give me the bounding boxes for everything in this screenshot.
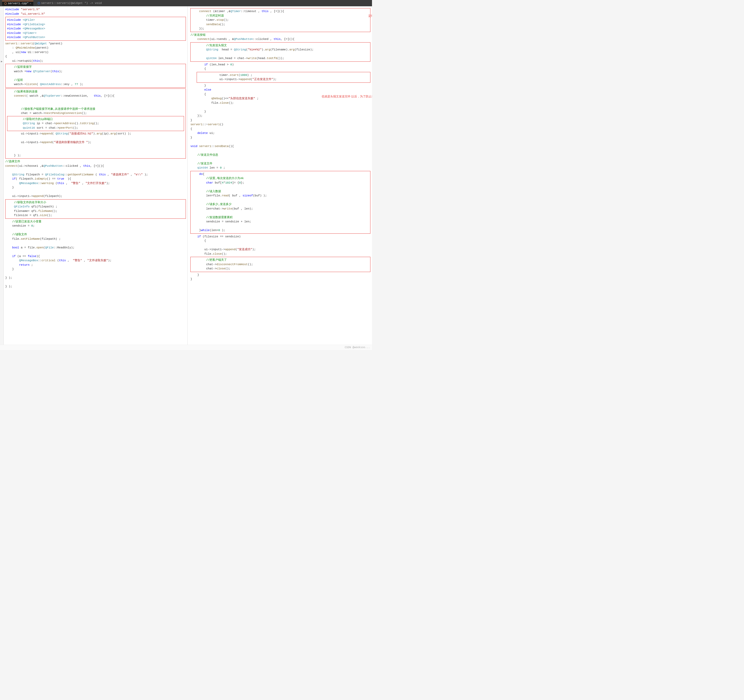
footer: CSDN @weeksoo...	[0, 345, 372, 350]
dowhile-box: do{ //设置,每次发送的大小为4k char buf[4*1024]= {0…	[190, 171, 371, 234]
newconnection-code: //如果有新的连接 connect( watch ,&QTcpServer::n…	[7, 89, 184, 116]
tab-server1-cpp[interactable]: ⬡ server1.cpp* ✕	[2, 1, 33, 6]
breadcrumb: server1::server1(QWidget *) -> void	[41, 1, 102, 5]
else-block: } else { qDebug()<<"头部信息发送失败" ; file.clo…	[190, 83, 371, 123]
listen-code: //监听套接字 watch =new QTcpServer(this); //监…	[7, 65, 184, 86]
title-bar: ⬡ server1.cpp* ✕ ⬡ server1::server1(QWid…	[0, 0, 372, 6]
footer-credit: CSDN @weeksoo...	[345, 346, 370, 349]
append-code: ui->input1->append( QString("连接成功%1:%2")…	[7, 131, 184, 158]
fileinfo-code: //获取文件的名字和大小 QFileInfo qfi(filepath) ; f…	[7, 200, 184, 217]
arrow-indicator: ▶	[1, 60, 2, 63]
head-report-box: //先发送头报文 QString head = QString("%1##%2"…	[190, 42, 371, 62]
newconnection-box: //如果有新的连接 connect( watch ,&QTcpServer::n…	[5, 88, 186, 159]
timer-annotation: 定时器先关闭，什么时 候开启什么时候发送	[368, 13, 372, 18]
two-col-layout: #include "server1.h" #include "ui_server…	[4, 6, 372, 345]
listen-box: //监听套接字 watch =new QTcpServer(this); //监…	[5, 64, 186, 88]
closing-braces: } }	[190, 273, 371, 281]
timer-connect-box: connect (&timer ,&QTimer::timeout , this…	[190, 8, 371, 32]
timer-connect-code: connect (&timer ,&QTimer::timeout , this…	[192, 9, 369, 31]
if-len-head: if (len_head > 0) {	[190, 63, 371, 71]
timer-start-code: timer.start(1000) ; ui->input1->append("…	[198, 73, 369, 82]
send-button-header: //发送按钮 connect(ui->send1 , &QPushButton:…	[190, 33, 371, 42]
destructor: server1::~server1() { delete ui; } void …	[190, 122, 371, 170]
constructor-sig: server1::server1(QWidget *parent) : QMai…	[5, 42, 186, 63]
includes-box: #include <QFile> #include <QFileDialog> …	[5, 17, 186, 41]
choose-file-header: //选择文件 connect(ui->choose1 ,&QPushButton…	[5, 159, 186, 198]
disconnect-box: //把客户端关了 chat->disconnectFromHost(); cha…	[190, 257, 371, 272]
ipport-code: //获取对方的ip和端口 QString ip = chat->peerAddr…	[9, 117, 183, 130]
cpp-icon: ⬡	[4, 2, 7, 5]
ipport-box: //获取对方的ip和端口 QString ip = chat->peerAddr…	[7, 116, 184, 131]
tab-breadcrumb: ⬡ server1::server1(QWidget *) -> void	[36, 1, 104, 6]
left-column: #include "server1.h" #include "ui_server…	[4, 6, 188, 345]
close-icon[interactable]: ✕	[30, 2, 31, 5]
tab-server1-cpp-label: server1.cpp*	[8, 2, 28, 5]
left-gutter: ▶	[0, 6, 4, 345]
disconnect-code: //把客户端关了 chat->disconnectFromHost(); cha…	[192, 258, 369, 271]
left-code-block: #include "server1.h" #include "ui_server…	[5, 7, 186, 16]
choose-file-tail: //设置已发送大小变量 sendsize = 0; //读取文件 file.se…	[5, 219, 186, 289]
else-annotation: 也就是头报文发送完毕 以后，为了防止粘包，就 延迟1s后再发送正文	[321, 94, 372, 99]
include-qfile: #include <QFile> #include <QFileDialog> …	[7, 18, 184, 40]
fileinfo-box: //获取文件的名字和大小 QFileInfo qfi(filepath) ; f…	[5, 199, 186, 219]
filesize-check: if (filesize == sendsize) { ui->input1->…	[190, 234, 371, 256]
head-report-code: //先发送头报文 QString head = QString("%1##%2"…	[192, 43, 369, 61]
right-column: connect (&timer ,&QTimer::timeout , this…	[188, 6, 372, 345]
dowhile-code: do{ //设置,每次发送的大小为4k char buf[4*1024]= {0…	[192, 172, 369, 232]
timer-start-box: timer.start(1000) ; ui->input1->append("…	[196, 72, 371, 83]
h-icon: ⬡	[37, 1, 40, 5]
main-content: ▶ #include "server1.h" #include "ui_serv…	[0, 6, 372, 345]
